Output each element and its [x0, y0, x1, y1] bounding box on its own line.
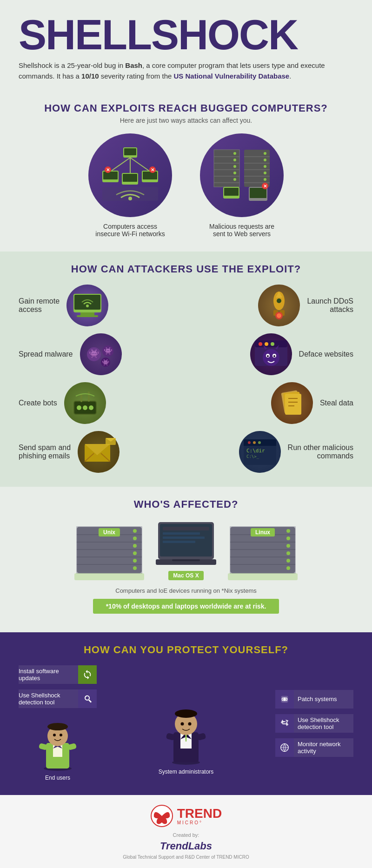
footer-section: TREND MICRO° Created by: TrendLabs Globa…: [0, 795, 372, 868]
svg-rect-17: [214, 150, 239, 187]
sysadmin-column: Patch systems Use Shellshock detection t…: [275, 690, 353, 757]
affected-title: WHO'S AFFECTED?: [19, 498, 353, 510]
svg-point-66: [259, 342, 262, 346]
trend-micro-sub: MICRO°: [177, 820, 222, 825]
svg-point-100: [258, 441, 261, 444]
svg-line-4: [130, 158, 149, 171]
svg-point-72: [267, 355, 269, 357]
svg-point-114: [133, 559, 137, 563]
sysadmin-figure: System administrators: [159, 704, 214, 775]
exploit-circle-wifi: ✕ ✕: [88, 133, 172, 217]
attack-circle-ddos: [258, 285, 300, 326]
attack-circle-spam: [78, 431, 120, 473]
svg-rect-85: [285, 394, 301, 415]
protect-title: HOW CAN YOU PROTECT YOURSELF?: [19, 644, 353, 656]
trendmicro-logo: TREND MICRO°: [150, 804, 222, 828]
svg-point-16: [128, 197, 132, 200]
linux-server: Linux: [228, 524, 298, 580]
svg-point-68: [271, 342, 274, 346]
svg-point-147: [60, 734, 62, 736]
end-user-figure: End users: [19, 715, 97, 781]
svg-point-157: [175, 709, 197, 718]
protect-text-monitor: Monitor network activity: [298, 741, 353, 755]
svg-point-24: [233, 152, 236, 155]
svg-rect-121: [163, 527, 209, 530]
header-section: SHELLSHOCK Shellshock is a 25-year-old b…: [0, 0, 372, 91]
exploit-circle-webserver: ✕: [200, 133, 284, 217]
attack-circle-remote: [66, 285, 108, 326]
svg-rect-41: [224, 188, 239, 196]
svg-point-80: [89, 405, 93, 410]
risk-banner: *10% of desktops and laptops worldwide a…: [93, 599, 279, 614]
attack-label-commands: Run other maliciouscommands: [288, 444, 353, 460]
svg-text:✕: ✕: [151, 167, 154, 172]
affected-description: Computers and IoE devices running on *Ni…: [19, 587, 353, 594]
protect-left-items: Install software updates Use Shellshock …: [19, 665, 97, 708]
svg-point-98: [248, 441, 251, 444]
svg-point-69: [263, 349, 279, 366]
attack-circle-steal: [271, 382, 313, 424]
attack-item-steal: Steal data: [191, 382, 353, 424]
macosx-laptop: Mac OS X: [153, 520, 219, 580]
svg-rect-8: [123, 174, 137, 182]
attack-item-commands: Run other maliciouscommands C:\dir C:\>_: [191, 431, 353, 473]
protect-right-items: Patch systems Use Shellshock detection t…: [275, 690, 353, 757]
protect-item-detection-enduser: Use Shellshock detection tool: [19, 689, 97, 708]
trendmicro-text: TREND MICRO°: [177, 807, 222, 825]
svg-text:👾: 👾: [89, 349, 100, 359]
affected-section: WHO'S AFFECTED?: [0, 487, 372, 632]
protect-text-detection-enduser: Use Shellshock detection tool: [19, 692, 74, 706]
svg-rect-6: [103, 172, 118, 179]
created-by-label: Created by:: [173, 832, 199, 838]
protect-icon-detection-enduser: [78, 689, 97, 708]
protect-text-detection-admin: Use Shellshock detection tool: [298, 716, 353, 730]
unix-server: Unix: [74, 524, 144, 580]
protect-text-patch: Patch systems: [298, 696, 337, 702]
end-user-label: End users: [45, 775, 70, 781]
svg-point-134: [286, 544, 290, 548]
protect-icon-monitor: [275, 738, 294, 757]
svg-rect-123: [163, 537, 205, 539]
attack-circle-bots: [64, 382, 106, 424]
attack-item-bots: Create bots: [19, 382, 181, 424]
protect-icon-detection-admin: [275, 714, 294, 733]
exploits-title: HOW CAN EXPLOITS REACH BUGGED COMPUTERS?: [19, 102, 353, 114]
svg-rect-43: [250, 188, 266, 198]
trendlabs-brand: TrendLabs: [160, 840, 212, 852]
trendmicro-icon: [150, 804, 173, 828]
attack-item-ddos: Launch DDoSattacks: [191, 285, 353, 326]
exploits-section: HOW CAN EXPLOITS REACH BUGGED COMPUTERS?…: [0, 91, 372, 252]
svg-point-146: [53, 734, 56, 736]
svg-point-37: [264, 165, 266, 168]
svg-point-115: [133, 566, 137, 570]
svg-point-28: [233, 178, 236, 181]
attack-item-spam: Send spam andphishing emails: [19, 431, 181, 473]
protect-grid: Install software updates Use Shellshock …: [19, 665, 353, 781]
svg-point-38: [264, 172, 266, 174]
svg-point-159: [188, 722, 191, 725]
svg-point-26: [233, 165, 236, 168]
svg-rect-124: [163, 541, 195, 543]
header-description: Shellshock is a 25-year-old bug in Bash,…: [19, 60, 353, 81]
svg-text:C:\>_: C:\>_: [246, 454, 259, 459]
svg-text:C:\dir: C:\dir: [246, 448, 265, 454]
svg-point-73: [273, 355, 275, 357]
protect-section: HOW CAN YOU PROTECT YOURSELF? Install so…: [0, 632, 372, 795]
svg-rect-29: [244, 150, 270, 187]
svg-point-135: [286, 551, 290, 555]
svg-rect-10: [143, 172, 157, 179]
svg-point-27: [233, 172, 236, 174]
svg-text:✕: ✕: [263, 184, 267, 189]
svg-point-145: [47, 723, 68, 730]
svg-point-133: [286, 537, 290, 540]
attack-label-spam: Send spam andphishing emails: [19, 444, 71, 460]
svg-rect-138: [228, 573, 298, 580]
attack-circle-malware: 👾 👾 👾: [80, 333, 122, 375]
svg-point-113: [133, 551, 137, 555]
protect-item-updates: Install software updates: [19, 665, 97, 684]
exploit-item-wifi: ✕ ✕ Computers accessinsecure Wi-Fi netwo…: [88, 133, 172, 238]
attack-item-malware: Spread malware 👾 👾 👾: [19, 333, 181, 375]
exploits-subtitle: Here are just two ways attacks can affec…: [19, 117, 353, 124]
svg-rect-49: [77, 315, 98, 317]
svg-text:✕: ✕: [106, 167, 110, 172]
